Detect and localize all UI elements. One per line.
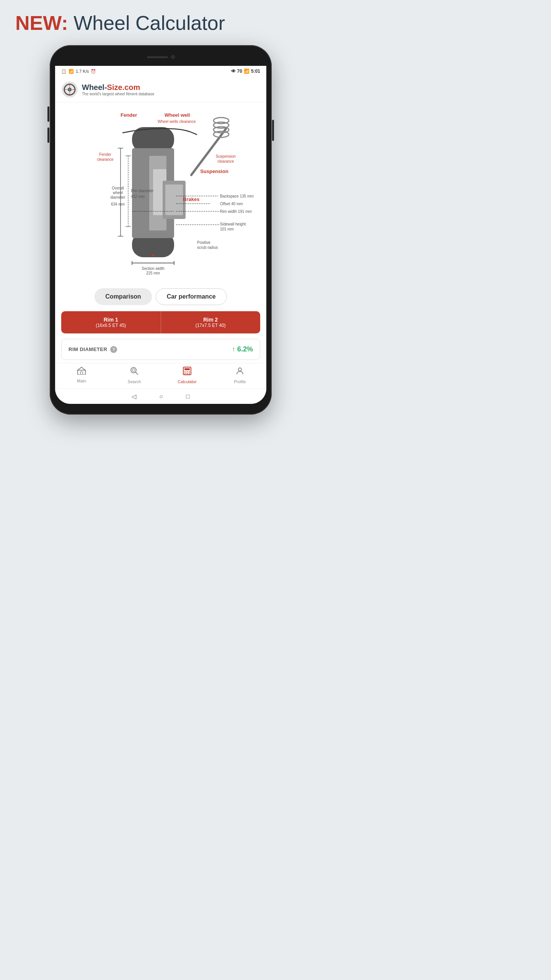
nav-search[interactable]: Search: [108, 366, 161, 384]
logo-size: Size.com: [107, 83, 140, 91]
svg-point-8: [74, 89, 76, 90]
svg-point-24: [184, 371, 186, 372]
rim1-label: Rim 1: [65, 317, 157, 323]
svg-rect-18: [80, 372, 83, 375]
svg-point-6: [69, 94, 70, 96]
center-marker: [152, 254, 154, 256]
nav-main-label: Main: [77, 379, 86, 383]
svg-point-7: [64, 89, 65, 90]
screen: 📋 📶 1.7 K/s ⏰ 👁 70 📶 5:01: [55, 66, 266, 404]
suspension-label: Suspension: [200, 168, 228, 174]
fender-clearance-label1: Fender: [99, 152, 111, 157]
speaker: [147, 56, 168, 58]
calculator-icon: [183, 366, 192, 378]
scrub-label1: Positive: [197, 240, 210, 245]
brakes-label: Brakes: [183, 196, 199, 202]
status-left: 📋 📶 1.7 K/s ⏰: [61, 69, 96, 74]
front-camera: [171, 55, 175, 59]
time-display: 5:01: [251, 69, 260, 74]
eye-icon: 👁: [231, 69, 236, 74]
app-logo-icon: [61, 81, 78, 98]
svg-rect-23: [184, 368, 190, 370]
power-button[interactable]: [272, 120, 274, 141]
rim-diam-label: Rim diameter: [131, 189, 154, 193]
car-performance-button[interactable]: Car performance: [156, 288, 227, 305]
suspension-strut: [191, 129, 226, 175]
section-width-label2: 225 mm: [146, 271, 160, 274]
suspension-clearance-label2: clearance: [217, 159, 234, 163]
data-speed: 1.7 K/s: [76, 69, 89, 74]
view-toggle-row: Comparison Car performance: [55, 282, 266, 311]
svg-line-21: [135, 372, 138, 374]
rim1-option[interactable]: Rim 1 (16x6.5 ET 45): [61, 311, 161, 333]
wheel-well-label: Wheel well: [165, 112, 190, 118]
rim-width-label: Rim width 191 mm: [220, 209, 252, 214]
svg-point-20: [132, 369, 135, 372]
page-title-new: NEW:: [15, 12, 68, 34]
rim2-spec: (17x7.5 ET 40): [165, 323, 257, 328]
svg-point-28: [187, 373, 188, 374]
svg-point-25: [187, 371, 188, 372]
page-title: NEW: Wheel Calculator: [15, 12, 225, 34]
status-bar: 📋 📶 1.7 K/s ⏰ 👁 70 📶 5:01: [55, 66, 266, 77]
app-name: Wheel-Size.com: [82, 83, 154, 92]
overall-label3: diameter: [111, 195, 126, 199]
nav-profile[interactable]: Profile: [214, 366, 266, 384]
sim-icon: 📋: [61, 69, 67, 74]
section-width-label1: Section width: [142, 266, 164, 271]
fender-label: Fender: [121, 112, 137, 118]
help-button[interactable]: ?: [110, 346, 117, 353]
rim-diameter-card: RIM DIAMETER ? ↑ 6.2%: [61, 339, 260, 360]
logo-wheel: Wheel-: [82, 83, 107, 91]
rim1-spec: (16x6.5 ET 45): [65, 323, 157, 328]
recents-button[interactable]: □: [186, 393, 190, 400]
rim2-option[interactable]: Rim 2 (17x7.5 ET 40): [161, 311, 261, 333]
backspace-label: Backspace 135 mm: [220, 194, 254, 198]
svg-point-29: [189, 373, 190, 374]
comparison-button[interactable]: Comparison: [95, 288, 152, 305]
notch-area: [55, 52, 266, 66]
signal-icon: 📶: [244, 69, 249, 74]
nav-calculator[interactable]: Calculator: [161, 366, 214, 384]
sidewall-label1: Sidewall height: [220, 222, 246, 226]
sidewall-label2: 101 mm: [220, 227, 234, 231]
back-button[interactable]: ◁: [132, 393, 136, 400]
offset-label: Offset 40 mm: [220, 202, 243, 206]
page-title-rest: Wheel Calculator: [68, 12, 225, 34]
rim-diameter-label: RIM DIAMETER ?: [68, 346, 117, 353]
scrub-label2: scrub radius: [197, 245, 218, 250]
battery-level: 70: [237, 69, 242, 74]
phone-frame: 📋 📶 1.7 K/s ⏰ 👁 70 📶 5:01: [50, 45, 272, 415]
overall-label1: Overall: [112, 186, 124, 190]
svg-point-5: [69, 83, 70, 85]
rim2-label: Rim 2: [165, 317, 257, 323]
profile-icon: [235, 366, 245, 378]
rim-diameter-value: ↑ 6.2%: [232, 345, 253, 353]
fender-clearance-label2: clearance: [97, 157, 114, 162]
android-nav-bar: ◁ ○ □: [55, 389, 266, 404]
nav-calculator-label: Calculator: [178, 379, 197, 384]
wheel-diagram: Fender Wheel well Wheel wells clearance …: [55, 102, 266, 282]
home-icon: [77, 366, 86, 377]
svg-point-27: [184, 373, 186, 374]
app-header: Wheel-Size.com The world's largest wheel…: [55, 77, 266, 102]
app-tagline: The world's largest wheel fitment databa…: [82, 92, 154, 96]
bottom-nav: Main Search: [55, 363, 266, 389]
diagram-svg: Fender Wheel well Wheel wells clearance …: [61, 106, 260, 274]
overall-mm: 634 mm: [111, 202, 125, 206]
rim-selector: Rim 1 (16x6.5 ET 45) Rim 2 (17x7.5 ET 40…: [61, 311, 260, 333]
volume-up-button[interactable]: [47, 106, 49, 122]
wheel-wells-clearance-label: Wheel wells clearance: [158, 119, 196, 124]
brake-inner: [165, 185, 183, 215]
nav-main[interactable]: Main: [55, 366, 108, 384]
notch: [130, 52, 191, 62]
overall-label2: wheel: [112, 191, 123, 195]
wifi-icon: 📶: [68, 69, 74, 74]
app-logo-text: Wheel-Size.com The world's largest wheel…: [82, 83, 154, 96]
home-button[interactable]: ○: [159, 393, 163, 400]
alarm-icon: ⏰: [91, 69, 96, 74]
nav-profile-label: Profile: [234, 379, 246, 384]
volume-down-button[interactable]: [47, 127, 49, 143]
svg-point-26: [189, 371, 190, 372]
nav-search-label: Search: [128, 379, 141, 384]
